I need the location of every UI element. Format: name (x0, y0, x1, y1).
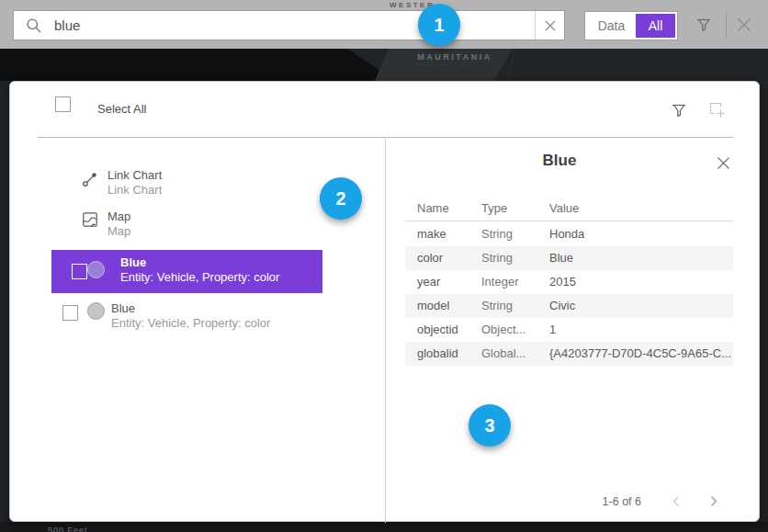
annotation-badge-2: 2 (320, 177, 362, 220)
column-header-value: Value (549, 201, 579, 215)
result-item-title[interactable]: Map (107, 209, 130, 223)
pagination-range-label: 1-6 of 6 (525, 495, 641, 508)
search-scope-toggle: Data All (584, 11, 678, 40)
map-icon (81, 210, 99, 229)
result-item-checkbox[interactable] (72, 264, 87, 279)
cell-name: year (417, 275, 440, 289)
result-item-checkbox[interactable] (62, 305, 78, 321)
search-input[interactable] (42, 17, 535, 33)
cell-value: Blue (549, 251, 573, 265)
filter-icon-button[interactable] (695, 16, 713, 34)
scope-option-all[interactable]: All (636, 14, 675, 38)
clear-icon (545, 20, 556, 31)
cell-type: Object... (481, 323, 525, 336)
result-item-subtitle: Entity: Vehicle, Property: color (120, 270, 279, 284)
result-item-title: Blue (120, 255, 146, 269)
table-row: year Integer 2015 (405, 270, 733, 294)
cell-name: globalid (417, 346, 458, 360)
table-row: globalid Global... {A4203777-D70D-4C5C-9… (405, 342, 733, 366)
cell-type: Global... (481, 346, 525, 360)
search-results-panel: Select All Link Chart Link Chart Map M (9, 81, 760, 522)
results-filter-icon-button[interactable] (670, 101, 688, 119)
select-all-checkbox[interactable] (55, 96, 71, 112)
search-input-container[interactable] (13, 10, 565, 40)
cell-value: Honda (549, 227, 584, 241)
map-dark-region (0, 49, 395, 81)
table-header-divider (405, 221, 733, 221)
result-item-subtitle: Map (107, 224, 130, 238)
scope-option-data[interactable]: Data (587, 14, 636, 38)
link-chart-icon (81, 170, 99, 188)
cell-name: color (417, 251, 443, 265)
close-search-button[interactable] (734, 15, 754, 35)
select-all-label: Select All (97, 102, 146, 116)
list-detail-divider (385, 137, 386, 523)
cell-type: String (481, 227, 513, 241)
cell-type: String (481, 251, 513, 265)
map-scale-label: 500 Feet (48, 526, 88, 532)
close-detail-button[interactable] (716, 155, 731, 171)
table-row: make String Honda (405, 222, 733, 246)
map-country-label: MAURITANIA (413, 52, 496, 62)
column-header-type: Type (481, 201, 507, 215)
cell-value: 1 (549, 323, 556, 336)
table-row: color String Blue (405, 246, 733, 270)
detail-title: Blue (396, 152, 723, 170)
search-toolbar: WESTER Data All (0, 0, 768, 49)
cell-value: Civic (549, 299, 575, 312)
result-item-subtitle: Link Chart (107, 183, 162, 197)
entity-circle-icon (87, 261, 105, 278)
pagination-prev-button[interactable] (671, 494, 683, 508)
result-item-title[interactable]: Link Chart (107, 168, 162, 182)
search-icon (26, 17, 42, 34)
result-item-title[interactable]: Blue (111, 301, 135, 315)
result-item-selected[interactable]: Blue Entity: Vehicle, Property: color (51, 250, 322, 293)
annotation-badge-1: 1 (418, 4, 460, 46)
result-item-subtitle: Entity: Vehicle, Property: color (111, 316, 270, 330)
annotation-badge-3: 3 (469, 404, 511, 447)
map-bottom-strip (0, 522, 768, 532)
cell-name: make (417, 227, 446, 241)
pagination-next-button[interactable] (707, 494, 719, 508)
clear-search-button[interactable] (535, 11, 564, 40)
cell-name: model (417, 299, 449, 312)
cell-value: {A4203777-D70D-4C5C-9A65-C... (549, 346, 731, 360)
cell-name: objectid (417, 323, 458, 336)
cell-type: Integer (481, 275, 518, 289)
entity-circle-icon (87, 302, 105, 320)
toolbar-divider (726, 11, 727, 39)
cell-type: String (481, 299, 513, 312)
table-row: model String Civic (405, 294, 733, 318)
cell-value: 2015 (549, 275, 576, 289)
column-header-name: Name (417, 201, 449, 215)
table-row: objectid Object... 1 (405, 318, 733, 342)
add-selection-icon-button[interactable] (707, 100, 727, 119)
